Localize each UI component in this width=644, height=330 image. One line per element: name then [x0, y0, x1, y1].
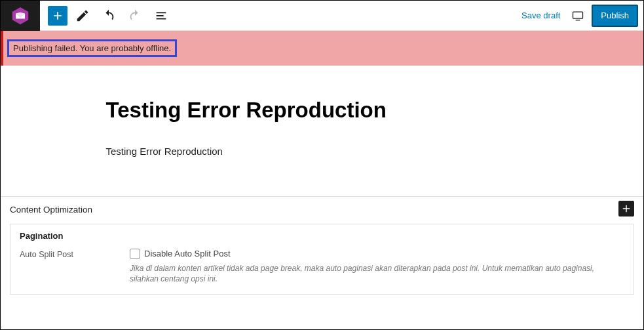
auto-split-field-label: Auto Split Post	[20, 249, 130, 259]
toolbar-left-group	[40, 5, 172, 27]
document-container: Testing Error Reproduction Testing Error…	[93, 66, 552, 196]
error-notice: Publishing failed. You are probably offl…	[1, 31, 643, 66]
add-block-button[interactable]	[48, 6, 67, 26]
error-message-highlight: Publishing failed. You are probably offl…	[7, 39, 177, 57]
insert-block-button[interactable]	[618, 201, 634, 217]
pencil-icon	[75, 9, 90, 23]
auto-split-description: Jika di dalam konten artikel tidak ada p…	[130, 263, 624, 285]
save-draft-button[interactable]: Save draft	[515, 5, 567, 26]
editor-toolbar: Save draft Publish	[1, 1, 643, 31]
auto-split-field-body: Disable Auto Split Post Jika di dalam ko…	[130, 249, 624, 285]
edit-mode-button[interactable]	[71, 5, 94, 27]
list-view-button[interactable]	[150, 5, 172, 27]
envelope-hex-icon	[11, 7, 29, 25]
disable-auto-split-checkbox[interactable]	[130, 249, 140, 259]
pagination-meta-box: Pagination Auto Split Post Disable Auto …	[10, 224, 634, 295]
desktop-icon	[571, 9, 584, 22]
undo-icon	[102, 9, 116, 23]
list-view-icon	[154, 9, 168, 23]
site-logo-button[interactable]	[1, 1, 40, 31]
redo-icon	[128, 9, 142, 23]
disable-auto-split-row: Disable Auto Split Post	[130, 249, 624, 259]
editor-window: Save draft Publish Publishing failed. Yo…	[0, 0, 644, 330]
plus-icon	[620, 203, 632, 215]
pagination-box-title: Pagination	[20, 231, 624, 241]
preview-button[interactable]	[567, 5, 589, 27]
meta-boxes-area: Content Optimization Pagination Auto Spl…	[1, 196, 643, 303]
meta-panel-title: Content Optimization	[10, 205, 634, 215]
disable-auto-split-label: Disable Auto Split Post	[144, 249, 231, 258]
plus-icon	[51, 9, 64, 22]
publish-button[interactable]: Publish	[592, 5, 638, 27]
editor-canvas[interactable]: Testing Error Reproduction Testing Error…	[1, 66, 643, 329]
undo-button[interactable]	[98, 5, 120, 27]
svg-rect-1	[573, 12, 583, 18]
auto-split-field-row: Auto Split Post Disable Auto Split Post …	[20, 249, 624, 285]
post-body-paragraph[interactable]: Testing Error Reproduction	[106, 146, 539, 157]
post-title[interactable]: Testing Error Reproduction	[106, 97, 539, 123]
redo-button[interactable]	[124, 5, 146, 27]
